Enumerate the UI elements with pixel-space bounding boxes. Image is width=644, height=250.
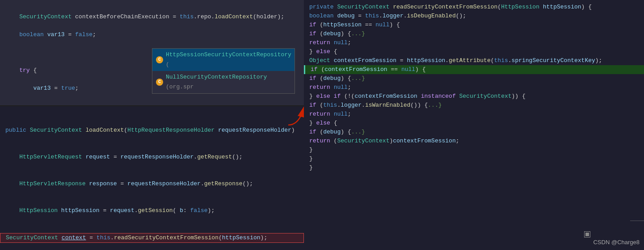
- right-line24: }: [304, 163, 644, 172]
- right-line8: Object contextFromSession = httpSession.…: [304, 56, 644, 65]
- left-code-panel: SecurityContext contextBeforeChainExecut…: [0, 0, 304, 250]
- right-line2: boolean debug = this.logger.isDebugEnabl…: [304, 12, 644, 21]
- class-icon-1: C: [156, 56, 163, 63]
- right-line23: }: [304, 154, 644, 163]
- right-line9: if (contextFromSession == null) {: [304, 65, 644, 74]
- snippet-line4: var13 = true;: [19, 85, 79, 92]
- right-line6: return null;: [304, 38, 644, 47]
- right-line13: return null;: [304, 83, 644, 92]
- main-line1: public SecurityContext loadContext(HttpR…: [0, 126, 304, 135]
- autocomplete-label-2: NullSecurityContextRepository (org.spr: [166, 72, 291, 92]
- small-icon-inner: [585, 233, 589, 236]
- autocomplete-dropdown[interactable]: C HttpSessionSecurityContextRepository (…: [152, 48, 295, 94]
- right-line14: } else if (!(contextFromSession instance…: [304, 92, 644, 101]
- autocomplete-item-1[interactable]: C HttpSessionSecurityContextRepository (: [152, 49, 295, 71]
- right-line19: if (debug) {...}: [304, 128, 644, 137]
- main-line4: HttpSession httpSession = request.getSes…: [0, 206, 304, 215]
- snippet-line3: try {: [19, 67, 37, 74]
- class-icon-2: C: [156, 79, 163, 86]
- snippet-line2: boolean var13 = false;: [19, 31, 96, 38]
- autocomplete-item-2[interactable]: C NullSecurityContextRepository (org.spr: [152, 71, 295, 93]
- right-code-panel: private SecurityContext readSecurityCont…: [304, 0, 644, 250]
- right-line21: return (SecurityContext)contextFromSessi…: [304, 137, 644, 146]
- right-line4: if (debug) {...}: [304, 29, 644, 38]
- main-code-area: public SecurityContext loadContext(HttpR…: [0, 106, 304, 250]
- right-line17: return null;: [304, 110, 644, 119]
- main-line3: HttpServletResponse response = requestRe…: [0, 179, 304, 188]
- watermark-text: CSDN @Charge8: [593, 239, 640, 246]
- snippet-line1: SecurityContext contextBeforeChainExecut…: [19, 13, 284, 20]
- underline-decoration: [630, 221, 644, 221]
- right-line1: private SecurityContext readSecurityCont…: [304, 3, 644, 12]
- right-line18: } else {: [304, 119, 644, 128]
- watermark: CSDN @Charge8: [593, 239, 640, 246]
- right-line22: }: [304, 146, 644, 154]
- main-line2: HttpServletRequest request = requestResp…: [0, 153, 304, 162]
- main-line5-highlighted: SecurityContext context = this.readSecur…: [0, 233, 304, 243]
- right-line10: if (debug) {...}: [304, 74, 644, 83]
- autocomplete-label-1: HttpSessionSecurityContextRepository (: [166, 50, 291, 70]
- right-line15: if (this.logger.isWarnEnabled()) {...}: [304, 101, 644, 110]
- small-icon: [584, 231, 590, 238]
- right-line3: if (httpSession == null) {: [304, 21, 644, 29]
- right-line7: } else {: [304, 47, 644, 56]
